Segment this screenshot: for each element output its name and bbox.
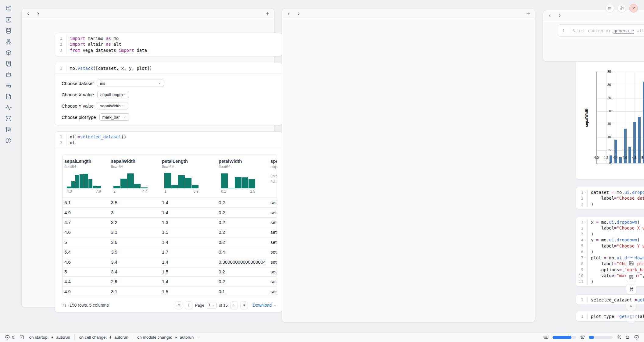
play-button[interactable] — [625, 312, 637, 324]
dataframe-table: sepalLengthfloat644.37.9sepalWidthfloat6… — [62, 155, 277, 296]
y-value-select[interactable]: sepalWidth — [97, 102, 128, 109]
plot-type-select[interactable]: mark_bar — [99, 113, 129, 121]
mode-value: autorun — [56, 335, 70, 340]
sitemap-icon[interactable] — [5, 38, 12, 45]
table-row[interactable]: 53.41.50.2setosa — [63, 267, 277, 277]
control-row: Choose plot typemark_bar — [62, 113, 275, 121]
terminal-button[interactable] — [19, 335, 24, 340]
first-page-button[interactable] — [175, 301, 182, 309]
autorun-mode[interactable]: on cell change:autorun — [79, 335, 128, 340]
column-header[interactable]: sepalWidthfloat6424.4 — [109, 155, 160, 198]
code-editor[interactable]: 1df = selected_dataset()2df — [55, 132, 282, 148]
mode-label: on startup: — [29, 335, 49, 340]
column-header[interactable]: sepalLengthfloat644.37.9 — [63, 155, 109, 198]
code-snippet-icon[interactable] — [5, 115, 12, 122]
autorun-modes: on startup:autorunon cell change:autorun… — [29, 335, 201, 340]
autorun-mode[interactable]: on module change:autorun — [137, 335, 201, 340]
sidebar — [0, 0, 17, 332]
code-cell-dataframe[interactable]: 1df = selected_dataset()2df sepalLengthf… — [55, 131, 282, 312]
save-button[interactable] — [626, 258, 636, 268]
control-row: Choose Y valuesepalWidth — [62, 102, 275, 110]
database-icon[interactable] — [5, 27, 12, 34]
column-header[interactable]: petalWidthfloat640.12.5 — [217, 155, 269, 198]
list-search-icon[interactable] — [5, 82, 12, 89]
control-label: Choose X value — [62, 92, 94, 97]
page-label: Page — [195, 303, 204, 308]
add-cell-button[interactable] — [265, 11, 270, 16]
menu-button[interactable] — [606, 4, 614, 12]
x-value-select[interactable]: sepalLength — [97, 91, 129, 98]
dataset-select[interactable]: iris — [97, 80, 164, 87]
chart-bar — [614, 140, 617, 163]
control-label: Choose plot type — [62, 115, 96, 120]
memory-usage-bar — [553, 336, 576, 339]
scroll-icon[interactable] — [5, 60, 12, 67]
table-row[interactable]: 5.13.51.40.2setosa — [63, 198, 277, 208]
table-row[interactable]: 4.931.40.2setosa — [63, 208, 277, 217]
command-button[interactable] — [626, 284, 636, 294]
column-header[interactable]: petalLengthfloat6416.9 — [160, 155, 217, 198]
table-row[interactable]: 4.42.91.40.2setosa — [63, 277, 277, 287]
cell-divider — [55, 148, 282, 148]
panel-back-button[interactable] — [547, 13, 552, 18]
empty-code-cell[interactable]: 1 Start coding or generate with — [557, 24, 644, 37]
column-histogram — [164, 172, 199, 188]
close-button[interactable] — [629, 4, 638, 12]
activity-icon[interactable] — [5, 104, 12, 111]
code-editor[interactable]: 1import marimo as mo2import altair as al… — [55, 33, 282, 55]
line-number: 1 — [557, 28, 565, 33]
table-row[interactable]: 5.43.91.70.4setosa — [63, 247, 277, 257]
search-icon[interactable] — [62, 303, 67, 308]
code-editor[interactable]: 1 Start coding or generate with — [557, 25, 644, 37]
file-tree-icon[interactable] — [5, 5, 12, 12]
prev-page-button[interactable] — [185, 301, 192, 309]
chart-bar — [619, 157, 622, 163]
sparkles-icon[interactable] — [616, 335, 621, 340]
panel-forward-button[interactable] — [557, 13, 562, 18]
layout-button[interactable] — [626, 272, 636, 282]
chart-bar — [643, 82, 644, 163]
notepad-icon[interactable] — [5, 126, 12, 133]
generate-ai-link[interactable]: generate — [614, 28, 634, 33]
code-cell-imports[interactable]: 1import marimo as mo2import altair as al… — [55, 33, 282, 56]
next-page-button[interactable] — [230, 301, 238, 309]
panel-back-button[interactable] — [26, 11, 31, 16]
column-histogram — [221, 172, 255, 188]
download-button[interactable]: Download — [253, 303, 277, 308]
mode-label: on module change: — [137, 335, 172, 340]
page-select[interactable]: 1 — [207, 302, 216, 308]
chat-bot-icon[interactable] — [5, 71, 12, 78]
chart-output[interactable]: 4.04.24.44.64.85.05.25.45.65.86.06.26.46… — [576, 62, 644, 179]
package-icon[interactable] — [5, 49, 12, 56]
gear-button[interactable] — [617, 4, 626, 12]
pagination: Page 1 of 15 Download — [175, 301, 277, 309]
robot-icon[interactable] — [625, 335, 630, 340]
code-editor[interactable]: 1dataset = mo.ui.dropdown(2 label="Choos… — [576, 187, 644, 209]
mode-label: on cell change: — [79, 335, 107, 340]
table-row[interactable]: 4.63.41.40.30000000000000004setosa — [63, 257, 277, 267]
page-count-label: of 15 — [219, 303, 228, 308]
help-icon[interactable] — [5, 137, 12, 144]
error-counter[interactable]: 0 — [5, 335, 14, 340]
column-header[interactable]: speciesobjectunique:nulls: — [269, 155, 277, 198]
panel-back-button[interactable] — [286, 11, 291, 16]
add-cell-button[interactable] — [526, 11, 531, 16]
panel-forward-button[interactable] — [296, 11, 301, 16]
code-cell-dataset-dropdown[interactable]: 1dataset = mo.ui.dropdown(2 label="Choos… — [576, 187, 644, 209]
status-right — [543, 334, 639, 340]
function-icon[interactable] — [5, 16, 12, 23]
autorun-mode[interactable]: on startup:autorun — [29, 335, 70, 340]
table-row[interactable]: 53.61.40.2setosa — [63, 237, 277, 247]
stop-button[interactable] — [625, 300, 637, 311]
panel-forward-button[interactable] — [36, 11, 41, 16]
editor-placeholder: with — [634, 28, 644, 33]
chart-plot-area[interactable] — [596, 72, 644, 164]
code-editor[interactable]: 1mo.vstack([dataset, x, y, plot]) — [55, 63, 282, 73]
table-row[interactable]: 4.63.11.50.2setosa — [63, 227, 277, 237]
document-icon[interactable] — [5, 93, 12, 100]
last-page-button[interactable] — [240, 301, 248, 309]
table-row[interactable]: 4.73.21.30.2setosa — [63, 218, 277, 227]
code-cell-vstack[interactable]: 1mo.vstack([dataset, x, y, plot]) Choose… — [55, 63, 282, 125]
check-circle-icon[interactable] — [634, 335, 639, 340]
table-row[interactable]: 4.93.11.50.1setosa — [63, 287, 277, 296]
